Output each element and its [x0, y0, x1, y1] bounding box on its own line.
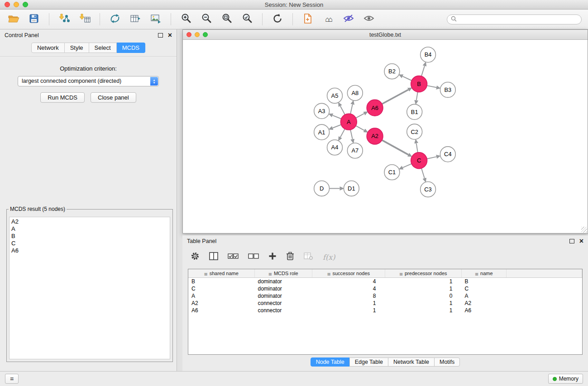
network-node-C[interactable]: C: [411, 152, 427, 169]
tab-network[interactable]: Network: [31, 43, 65, 53]
minimize-network-window-button[interactable]: [195, 32, 200, 37]
delete-column-button[interactable]: [286, 252, 294, 262]
network-node-B[interactable]: B: [411, 76, 427, 92]
network-node-A1[interactable]: A1: [314, 124, 330, 140]
column-header-name[interactable]: ▦name: [462, 269, 507, 278]
network-edge-C-C4[interactable]: [427, 157, 436, 159]
network-node-B3[interactable]: B3: [440, 82, 455, 98]
add-column-button[interactable]: [268, 252, 277, 262]
hide-selected-button[interactable]: [341, 12, 356, 27]
network-edge-A-A3[interactable]: [333, 115, 341, 119]
network-edge-A2-C[interactable]: [382, 140, 408, 155]
network-edge-A-A6[interactable]: [356, 114, 364, 118]
network-node-A4[interactable]: A4: [327, 140, 343, 155]
node-table-container[interactable]: ▦shared name▦MCDS role▦successor nodes▦p…: [188, 269, 583, 355]
network-node-C3[interactable]: C3: [421, 182, 436, 197]
search-input[interactable]: [459, 16, 578, 23]
network-edge-B-B4[interactable]: [421, 66, 425, 76]
network-edge-A-A8[interactable]: [350, 105, 353, 114]
mcds-result-item[interactable]: A: [11, 225, 168, 233]
table-row[interactable]: Adominator80A: [188, 292, 582, 300]
save-session-button[interactable]: [27, 12, 41, 27]
apply-layout-button[interactable]: [270, 12, 285, 27]
function-builder-button[interactable]: f(x): [323, 253, 335, 262]
clipboard-import-button[interactable]: [301, 12, 315, 27]
mcds-result-list[interactable]: A2ABCA6: [9, 217, 170, 359]
network-edge-A-A5[interactable]: [340, 106, 345, 114]
mcds-result-item[interactable]: A2: [11, 218, 168, 225]
zoom-window-button[interactable]: [23, 2, 28, 7]
network-node-A2[interactable]: A2: [367, 128, 383, 144]
network-edge-A-A1[interactable]: [333, 125, 341, 128]
new-table-button[interactable]: [128, 12, 143, 27]
close-table-panel-icon[interactable]: ×: [579, 238, 583, 245]
network-node-A7[interactable]: A7: [347, 143, 363, 158]
mcds-result-item[interactable]: B: [11, 233, 168, 240]
network-window-titlebar[interactable]: testGlobe.txt: [183, 30, 588, 40]
deselect-all-columns-button[interactable]: [248, 253, 259, 261]
table-row[interactable]: Bdominator41B: [188, 278, 582, 286]
column-header-shared-name[interactable]: ▦shared name: [188, 269, 255, 278]
zoom-out-button[interactable]: [199, 12, 214, 27]
tab-node-table[interactable]: Node Table: [311, 357, 350, 367]
criterion-dropdown[interactable]: largest connected component (directed) ▲…: [18, 76, 159, 86]
show-columns-button[interactable]: [209, 252, 218, 262]
network-edge-B-B1[interactable]: [416, 92, 418, 100]
network-edge-C-C1[interactable]: [403, 164, 412, 167]
network-edge-C-C3[interactable]: [421, 168, 425, 178]
mcds-result-item[interactable]: A6: [11, 247, 168, 254]
first-neighbors-button[interactable]: ⌂⌂: [321, 12, 335, 27]
zoom-in-button[interactable]: [179, 12, 193, 27]
close-network-window-button[interactable]: [186, 32, 191, 37]
network-edge-B-B3[interactable]: [427, 86, 436, 87]
network-node-C4[interactable]: C4: [440, 147, 455, 162]
open-session-button[interactable]: [6, 12, 21, 27]
network-canvas[interactable]: B4B2BB3A5A8A6A3B1AC2A1A2A4A7C4CC1DD1C3: [183, 40, 588, 233]
network-node-A5[interactable]: A5: [327, 88, 343, 104]
tab-style[interactable]: Style: [65, 43, 89, 53]
network-node-A8[interactable]: A8: [347, 86, 363, 101]
tab-motifs[interactable]: Motifs: [434, 357, 460, 367]
column-header-successor-nodes[interactable]: ▦successor nodes: [312, 269, 385, 278]
network-edge-C-C2[interactable]: [416, 143, 418, 152]
import-table-button[interactable]: [77, 12, 92, 27]
close-panel-icon[interactable]: ×: [168, 32, 172, 39]
zoom-selected-button[interactable]: [240, 12, 254, 27]
tab-mcds[interactable]: MCDS: [117, 43, 145, 53]
minimize-window-button[interactable]: [14, 2, 19, 7]
zoom-network-window-button[interactable]: [203, 32, 208, 37]
tab-edge-table[interactable]: Edge Table: [349, 357, 388, 367]
close-panel-button[interactable]: Close panel: [91, 92, 136, 103]
table-row[interactable]: A2connector11A2: [188, 300, 582, 307]
network-node-A6[interactable]: A6: [367, 100, 383, 116]
network-edge-A-A4[interactable]: [340, 129, 345, 137]
column-header-MCDS-role[interactable]: ▦MCDS role: [255, 269, 312, 278]
zoom-fit-button[interactable]: [220, 12, 234, 27]
table-settings-button[interactable]: [191, 252, 200, 262]
network-node-B2[interactable]: B2: [384, 64, 400, 79]
new-network-button[interactable]: [108, 12, 122, 27]
network-node-C2[interactable]: C2: [407, 124, 422, 139]
table-row[interactable]: Cdominator41C: [188, 285, 582, 292]
mcds-result-item[interactable]: C: [11, 240, 168, 247]
network-node-D1[interactable]: D1: [344, 181, 359, 196]
float-table-panel-icon[interactable]: [569, 239, 574, 243]
network-node-C1[interactable]: C1: [384, 165, 400, 180]
export-image-button[interactable]: [148, 12, 163, 27]
tab-network-table[interactable]: Network Table: [388, 357, 435, 367]
import-network-button[interactable]: [57, 12, 72, 27]
run-mcds-button[interactable]: Run MCDS: [40, 92, 85, 103]
delete-table-button-disabled[interactable]: [304, 253, 313, 262]
network-edge-A-A2[interactable]: [356, 126, 364, 130]
network-edge-A6-B[interactable]: [382, 90, 408, 104]
network-node-B4[interactable]: B4: [421, 47, 436, 62]
network-node-A[interactable]: A: [340, 114, 357, 130]
toolbar-search-box[interactable]: [447, 14, 582, 24]
column-header-predecessor-nodes[interactable]: ▦predecessor nodes: [385, 269, 462, 278]
table-row[interactable]: A6connector11A6: [188, 307, 582, 314]
tab-select[interactable]: Select: [89, 43, 117, 53]
task-history-button[interactable]: ≡: [5, 374, 19, 384]
select-all-columns-button[interactable]: [228, 253, 239, 261]
network-edge-A-A7[interactable]: [350, 130, 353, 139]
float-panel-icon[interactable]: [158, 33, 163, 38]
